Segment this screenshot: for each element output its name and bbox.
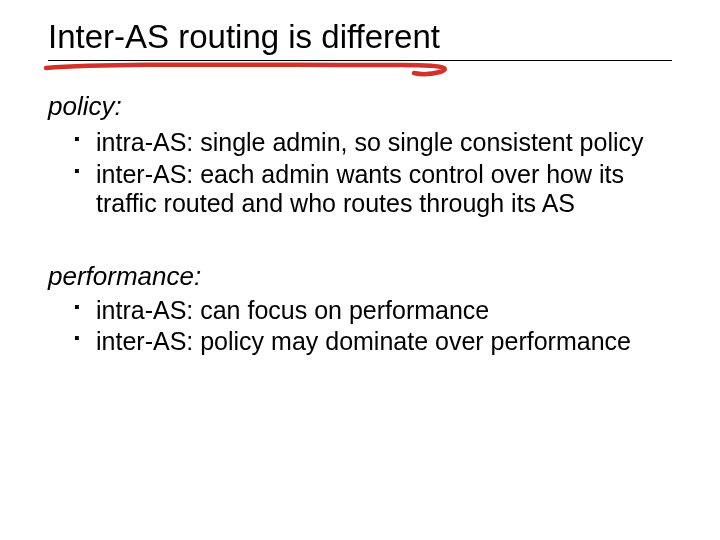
slide: Inter-AS routing is different policy: in…: [0, 0, 720, 540]
list-item: inter-AS: policy may dominate over perfo…: [74, 327, 672, 359]
performance-list: intra-AS: can focus on performance inter…: [48, 296, 672, 359]
policy-list: intra-AS: single admin, so single consis…: [48, 128, 672, 221]
performance-heading: performance:: [48, 261, 672, 292]
hand-drawn-underline-icon: [42, 59, 452, 81]
list-item: inter-AS: each admin wants control over …: [74, 160, 672, 221]
list-item: intra-AS: can focus on performance: [74, 296, 672, 328]
list-item: intra-AS: single admin, so single consis…: [74, 128, 672, 160]
policy-heading: policy:: [48, 91, 672, 122]
slide-title: Inter-AS routing is different: [48, 18, 672, 61]
